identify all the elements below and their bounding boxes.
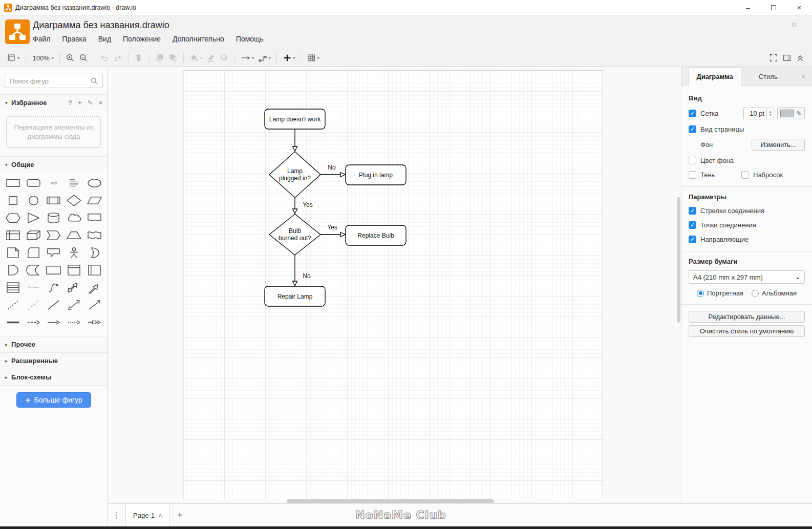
- canvas-vertical-scrollbar[interactable]: [676, 67, 681, 499]
- node-repair-lamp[interactable]: Repair Lamp: [265, 286, 325, 306]
- menu-3[interactable]: Положение: [123, 35, 161, 43]
- shape-vertical-container[interactable]: [64, 262, 84, 279]
- shape-internal-storage[interactable]: [3, 227, 24, 244]
- portrait-radio[interactable]: Портретная: [697, 289, 743, 297]
- node-lamp-plugged-in[interactable]: Lampplugged in?: [269, 152, 320, 198]
- edit-data-button[interactable]: Редактировать данные...: [689, 311, 805, 323]
- option-checkbox-0[interactable]: [689, 207, 696, 215]
- landscape-radio[interactable]: Альбомная: [752, 289, 797, 297]
- fullscreen-button[interactable]: [767, 52, 780, 64]
- insert-button[interactable]: ▾: [281, 52, 297, 64]
- shape-bidirectional-arrow[interactable]: [64, 279, 84, 296]
- shape-circle[interactable]: [24, 192, 44, 209]
- more-shapes-button[interactable]: Больше фигур: [16, 392, 91, 408]
- shadow-button[interactable]: [218, 52, 231, 64]
- favorites-section-header[interactable]: ▾ Избранное ? + ✎ ×: [0, 95, 108, 111]
- flowchart[interactable]: NoYesYesNoLamp doesn't workLampplugged i…: [108, 67, 681, 499]
- shape-data-storage[interactable]: [24, 262, 44, 279]
- shape-tape[interactable]: [84, 227, 104, 244]
- tab-diagram[interactable]: Диаграмма: [688, 67, 741, 86]
- shape-list[interactable]: [3, 279, 24, 296]
- shape-line[interactable]: [44, 297, 64, 313]
- shape-directional-connector[interactable]: [84, 297, 104, 313]
- shape-solid-edge[interactable]: [44, 314, 64, 331]
- change-background-button[interactable]: Изменить...: [752, 139, 805, 151]
- shape-square[interactable]: [3, 192, 24, 209]
- zoom-out-button[interactable]: [77, 52, 90, 64]
- shape-trapezoid[interactable]: [64, 227, 84, 244]
- zoom-in-button[interactable]: [63, 52, 77, 64]
- shape-curve[interactable]: [44, 279, 64, 296]
- page-tab[interactable]: Page-1 ˄: [125, 504, 169, 526]
- shape-text[interactable]: Text: [44, 175, 64, 192]
- edit-icon[interactable]: ✎: [88, 99, 93, 107]
- section-misc-header[interactable]: ▸ Прочее: [0, 336, 108, 352]
- shape-horizontal-container[interactable]: [84, 262, 104, 279]
- shape-dashed-line[interactable]: [3, 297, 24, 313]
- shape-card[interactable]: [24, 244, 44, 261]
- shape-cube[interactable]: [24, 227, 44, 244]
- maximize-button[interactable]: [761, 0, 786, 15]
- minimize-button[interactable]: –: [735, 0, 761, 15]
- search-input[interactable]: [5, 74, 103, 88]
- shape-process[interactable]: [44, 192, 64, 209]
- shape-step[interactable]: [44, 227, 64, 244]
- clear-default-style-button[interactable]: Очистить стиль по умолчанию: [689, 325, 805, 337]
- help-icon[interactable]: ?: [68, 99, 72, 107]
- format-panel-toggle-button[interactable]: [780, 52, 794, 64]
- add-page-button[interactable]: +: [169, 504, 190, 526]
- node-lamp-doesnt-work[interactable]: Lamp doesn't work: [265, 109, 325, 129]
- grid-color-button[interactable]: ✎: [777, 107, 805, 119]
- grid-size-stepper[interactable]: ▲▼: [767, 108, 774, 119]
- shape-actor[interactable]: [64, 244, 84, 261]
- shape-parallelogram[interactable]: [84, 192, 104, 209]
- add-icon[interactable]: +: [78, 99, 82, 107]
- to-front-button[interactable]: [153, 52, 166, 64]
- shape-textbox[interactable]: [64, 175, 84, 192]
- shape-ellipse[interactable]: [84, 175, 104, 192]
- shape-list-item[interactable]: List Item: [24, 279, 44, 296]
- shadow-checkbox[interactable]: [689, 171, 696, 179]
- shape-document[interactable]: [84, 209, 104, 226]
- theme-toggle-icon[interactable]: ☼: [790, 19, 798, 29]
- shape-thick-line[interactable]: [3, 314, 24, 331]
- shape-note[interactable]: [3, 244, 24, 261]
- option-checkbox-2[interactable]: [689, 236, 696, 243]
- waypoint-style-button[interactable]: ▾: [256, 52, 273, 64]
- shape-rectangle[interactable]: [3, 175, 24, 192]
- bg-color-checkbox[interactable]: [689, 157, 696, 164]
- tab-style[interactable]: Стиль: [741, 67, 795, 86]
- menu-5[interactable]: Помощь: [236, 35, 264, 43]
- scrollbar-thumb[interactable]: [287, 499, 494, 503]
- section-flowcharts-header[interactable]: ▸ Блок-схемы: [0, 369, 108, 385]
- shape-cylinder[interactable]: [44, 209, 64, 226]
- option-checkbox-1[interactable]: [689, 221, 696, 229]
- shape-arrow[interactable]: [84, 279, 104, 296]
- shape-hexagon[interactable]: [3, 209, 24, 226]
- close-button[interactable]: ×: [786, 0, 812, 15]
- shape-or[interactable]: [84, 244, 104, 261]
- section-advanced-header[interactable]: ▸ Расширенные: [0, 353, 108, 369]
- shape-bidirectional-connector[interactable]: [64, 297, 84, 313]
- shape-dotted-edge[interactable]: [64, 314, 84, 331]
- scrollbar-thumb[interactable]: [677, 197, 680, 323]
- menu-1[interactable]: Правка: [62, 35, 86, 43]
- drawing-canvas[interactable]: NoYesYesNoLamp doesn't workLampplugged i…: [108, 67, 681, 503]
- menu-2[interactable]: Вид: [98, 35, 111, 43]
- shape-rounded-rectangle[interactable]: [24, 175, 44, 192]
- shape-dashed-edge[interactable]: [24, 314, 44, 331]
- favorites-drop-area[interactable]: Перетащите элементы из диаграммы сюда: [6, 116, 101, 148]
- section-general-header[interactable]: ▾ Общие: [0, 157, 108, 173]
- shape-link-edge[interactable]: [84, 314, 104, 331]
- undo-button[interactable]: [98, 52, 111, 64]
- page-view-checkbox[interactable]: [689, 125, 696, 133]
- delete-button[interactable]: [132, 52, 145, 64]
- menu-0[interactable]: Файл: [33, 35, 50, 43]
- pages-menu-icon[interactable]: ⋮: [108, 504, 125, 526]
- shape-and[interactable]: [3, 262, 24, 279]
- paper-size-select[interactable]: A4 (210 mm x 297 mm) ⌄: [689, 270, 805, 284]
- node-replace-bulb[interactable]: Replace Bulb: [346, 225, 406, 245]
- to-back-button[interactable]: [166, 52, 180, 64]
- line-color-button[interactable]: [204, 52, 218, 64]
- collapse-toolbar-button[interactable]: [794, 52, 807, 64]
